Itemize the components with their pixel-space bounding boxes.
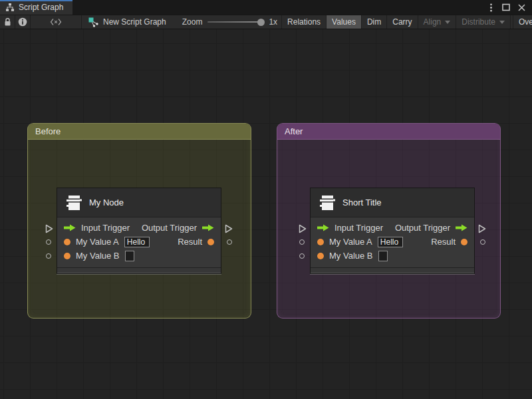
node-my-node[interactable]: My Node Input Trigger Output Trigger <box>57 188 221 274</box>
external-value-a-port[interactable] <box>46 239 51 245</box>
trigger-port-triangle-icon <box>478 224 486 233</box>
value-port-icon[interactable] <box>317 253 324 259</box>
my-value-b-label: My Value B <box>76 251 120 261</box>
relations-toggle[interactable]: Relations <box>282 15 327 29</box>
my-value-b-input[interactable] <box>125 251 134 261</box>
trigger-port-triangle-icon <box>45 224 53 233</box>
trigger-row: Input Trigger Output Trigger <box>311 221 474 235</box>
unit-node-icon <box>319 194 336 211</box>
node-short-title[interactable]: Short Title Input Trigger Output Trigger <box>310 188 475 274</box>
trigger-row: Input Trigger Output Trigger <box>57 221 221 235</box>
window-controls <box>485 0 532 15</box>
unity-graph-window: Script Graph <box>0 0 532 399</box>
value-a-row: My Value A Result <box>57 235 221 249</box>
group-before-header[interactable]: Before <box>28 124 251 139</box>
zoom-slider-handle[interactable] <box>257 19 265 26</box>
value-port-ring-icon <box>299 239 305 245</box>
node-title: Short Title <box>342 198 382 207</box>
external-input-trigger-port[interactable] <box>45 224 53 233</box>
overview-button[interactable]: Overview <box>513 15 532 29</box>
zoom-slider-track[interactable] <box>207 21 263 23</box>
node-title: My Node <box>89 198 124 207</box>
group-after-header[interactable]: After <box>277 124 500 139</box>
tab-script-graph[interactable]: Script Graph <box>0 0 72 15</box>
tab-active-accent <box>0 0 72 1</box>
flow-arrow-icon[interactable] <box>456 224 467 231</box>
value-port-ring-icon <box>46 239 51 245</box>
menu-kebab-icon[interactable] <box>485 2 496 13</box>
value-port-icon[interactable] <box>461 239 467 245</box>
zoom-control: Zoom 1x <box>173 15 281 29</box>
value-port-icon[interactable] <box>64 239 70 245</box>
input-trigger-label: Input Trigger <box>334 223 383 233</box>
external-value-b-port[interactable] <box>299 253 305 259</box>
graph-picker-label: New Script Graph <box>103 17 166 27</box>
lock-button[interactable] <box>0 15 15 29</box>
external-output-trigger-port[interactable] <box>478 224 486 233</box>
output-trigger-label: Output Trigger <box>395 223 450 233</box>
graph-toolbar: New Script Graph Zoom 1x Relations Value… <box>0 15 532 29</box>
values-toggle[interactable]: Values <box>327 15 362 29</box>
my-value-a-label: My Value A <box>76 237 119 247</box>
external-value-a-port[interactable] <box>299 239 305 245</box>
tab-title: Script Graph <box>19 3 63 12</box>
result-label: Result <box>431 237 456 247</box>
unit-node-icon <box>65 194 82 211</box>
flow-arrow-icon[interactable] <box>64 224 76 231</box>
caret-down-icon <box>499 21 505 24</box>
trigger-port-triangle-icon <box>225 224 233 233</box>
node-my-node-header[interactable]: My Node <box>57 188 221 217</box>
caret-down-icon <box>445 21 450 24</box>
external-value-b-port[interactable] <box>46 253 51 259</box>
node-body: Input Trigger Output Trigger My Value A <box>311 217 474 267</box>
value-port-icon[interactable] <box>207 239 214 245</box>
tab-bar: Script Graph <box>0 0 532 15</box>
maximize-icon[interactable] <box>501 2 511 13</box>
my-value-a-label: My Value A <box>329 237 372 247</box>
value-port-ring-icon <box>480 239 485 245</box>
group-after-title: After <box>285 126 303 136</box>
flow-arrow-icon[interactable] <box>202 224 214 231</box>
my-value-b-label: My Value B <box>329 251 373 261</box>
my-value-a-input[interactable] <box>378 237 403 247</box>
distribute-dropdown[interactable]: Distribute <box>456 15 511 29</box>
align-dropdown[interactable]: Align <box>418 15 457 29</box>
node-footer <box>311 267 474 273</box>
close-icon[interactable] <box>516 2 527 13</box>
node-body: Input Trigger Output Trigger My Value A <box>57 217 221 267</box>
my-value-b-input[interactable] <box>378 251 388 261</box>
node-footer <box>57 267 221 273</box>
value-port-ring-icon <box>227 239 232 245</box>
group-before-title: Before <box>35 126 61 136</box>
external-output-trigger-port[interactable] <box>225 224 233 233</box>
value-b-row: My Value B <box>311 249 474 263</box>
code-view-button[interactable] <box>31 15 82 29</box>
graph-picker[interactable]: New Script Graph <box>82 15 173 29</box>
flow-arrow-icon[interactable] <box>317 224 329 231</box>
zoom-value: 1x <box>269 17 281 27</box>
zoom-label: Zoom <box>182 17 203 27</box>
value-port-ring-icon <box>46 253 51 259</box>
external-result-port[interactable] <box>227 239 232 245</box>
code-angle-brackets-icon <box>50 18 62 26</box>
value-port-icon[interactable] <box>317 239 324 245</box>
dim-toggle[interactable]: Dim <box>362 15 387 29</box>
carry-toggle[interactable]: Carry <box>387 15 418 29</box>
script-graph-icon <box>88 17 99 27</box>
graph-canvas[interactable]: Before After My Node <box>0 29 532 399</box>
external-result-port[interactable] <box>480 239 485 245</box>
info-button[interactable] <box>15 15 31 29</box>
my-value-a-input[interactable] <box>124 237 150 247</box>
graph-hierarchy-icon <box>5 3 15 12</box>
value-port-icon[interactable] <box>64 253 70 259</box>
result-label: Result <box>178 237 202 247</box>
info-icon <box>18 17 27 27</box>
value-a-row: My Value A Result <box>311 235 474 249</box>
input-trigger-label: Input Trigger <box>81 223 130 233</box>
node-short-title-header[interactable]: Short Title <box>311 188 474 217</box>
toolbar-toggles: Relations Values Dim Carry Align Distrib… <box>281 15 532 29</box>
value-port-ring-icon <box>299 253 305 259</box>
trigger-port-triangle-icon <box>299 224 307 233</box>
external-input-trigger-port[interactable] <box>299 224 307 233</box>
value-b-row: My Value B <box>57 249 221 263</box>
